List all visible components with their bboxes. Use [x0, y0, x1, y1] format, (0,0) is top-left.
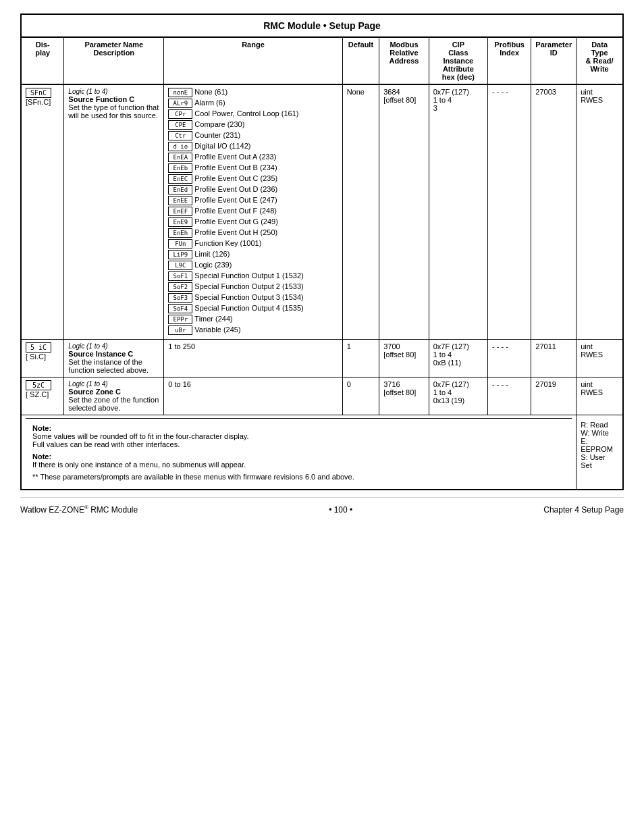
range-box: LiP9	[168, 250, 192, 259]
cip-cell: 0x7F (127)1 to 40xB (11)	[429, 340, 487, 377]
range-box: EnEA	[168, 153, 192, 162]
notes-row: Note: Some values will be rounded off to…	[21, 415, 623, 490]
range-box: EPPr	[168, 315, 192, 324]
note-text: If there is only one instance of a menu,…	[32, 461, 246, 469]
range-label: Special Function Output 3 (1534)	[194, 293, 303, 301]
profibus-cell: - - - -	[488, 84, 531, 340]
range-item: ALr9 Alarm (6)	[168, 99, 338, 108]
range-label: Special Function Output 4 (1535)	[194, 304, 303, 312]
header-display: Dis-play	[21, 37, 64, 84]
range-label: Special Function Output 2 (1533)	[194, 282, 303, 290]
modbus-cell: 3684[offset 80]	[379, 84, 429, 340]
modbus-cell: 3700[offset 80]	[379, 340, 429, 377]
range-box: EnEh	[168, 228, 192, 238]
note-2: Note: If there is only one instance of a…	[32, 452, 565, 469]
range-label: Variable (245)	[194, 325, 240, 334]
range-item: d io Digital I/O (1142)	[168, 142, 338, 151]
range-box: SoF3	[168, 293, 192, 303]
display-sub: [SFn.C]	[26, 98, 51, 106]
display-cell: 5zC [ SZ.C]	[21, 377, 64, 415]
range-item: EPPr Timer (244)	[168, 315, 338, 324]
range-item: LiP9 Limit (126)	[168, 250, 338, 259]
note-text: ** These parameters/prompts are availabl…	[32, 473, 354, 481]
range-label: Profile Event Out B (234)	[194, 163, 277, 172]
param-cell: Logic (1 to 4) Source Instance C Set the…	[64, 340, 164, 377]
range-box: EnEd	[168, 185, 192, 194]
display-box: 5zC	[26, 380, 51, 390]
range-item: SoF3 Special Function Output 3 (1534)	[168, 293, 338, 303]
range-item: EnEA Profile Event Out A (233)	[168, 153, 338, 162]
header-modbus: ModbusRelativeAddress	[379, 37, 429, 84]
range-box: nonE	[168, 88, 192, 97]
range-item: EnEd Profile Event Out D (236)	[168, 185, 338, 194]
range-label: Digital I/O (1142)	[194, 142, 250, 150]
header-paramid: ParameterID	[531, 37, 576, 84]
data-cell: uintRWES	[576, 340, 623, 377]
range-box: uBr	[168, 325, 192, 335]
footer-left: Watlow EZ-ZONE® RMC Module	[20, 504, 138, 515]
range-label: Special Function Output 1 (1532)	[194, 271, 303, 280]
header-param: Parameter NameDescription	[64, 37, 164, 84]
param-description: Set the zone of the function selected ab…	[68, 396, 159, 412]
header-default: Default	[342, 37, 379, 84]
profibus-cell: - - - -	[488, 340, 531, 377]
note-section: Note: Some values will be rounded off to…	[26, 418, 572, 486]
param-description: Set the type of function that will be us…	[68, 103, 159, 120]
header-range: Range	[164, 37, 342, 84]
footer-bar: Watlow EZ-ZONE® RMC Module • 100 • Chapt…	[20, 497, 624, 515]
range-box: EnE9	[168, 217, 192, 227]
range-label: Profile Event Out A (233)	[194, 153, 276, 161]
header-cip: CIPClassInstanceAttributehex (dec)	[429, 37, 487, 84]
notes-cell: Note: Some values will be rounded off to…	[21, 415, 576, 490]
range-label: Profile Event Out F (248)	[194, 207, 277, 215]
range-label: Profile Event Out E (247)	[194, 196, 277, 204]
range-box: Ctr	[168, 131, 192, 140]
param-name: Source Zone C	[68, 388, 159, 396]
range-label: Limit (126)	[194, 250, 230, 258]
display-cell: 5 iC [ Si.C]	[21, 340, 64, 377]
range-label: Logic (239)	[194, 261, 232, 269]
data-key: R: ReadW: WriteE: EEPROMS: User Set	[581, 421, 613, 469]
display-sub: [ SZ.C]	[26, 390, 49, 398]
range-cell: 1 to 250	[164, 340, 342, 377]
range-label: Counter (231)	[194, 131, 240, 139]
range-box: L9C	[168, 261, 192, 270]
header-profibus: ProfibusIndex	[488, 37, 531, 84]
cip-cell: 0x7F (127)1 to 43	[429, 84, 487, 340]
data-cell: uintRWES	[576, 84, 623, 340]
range-label: Profile Event Out D (236)	[194, 185, 277, 193]
note-label: Note:	[32, 452, 51, 461]
range-box: CPr	[168, 109, 192, 119]
range-item: FUn Function Key (1001)	[168, 239, 338, 249]
note-1: Note: Some values will be rounded off to…	[32, 424, 565, 448]
table-row: 5zC [ SZ.C] Logic (1 to 4) Source Zone C…	[21, 377, 623, 415]
range-box: SoF2	[168, 282, 192, 292]
range-box: FUn	[168, 239, 192, 249]
range-item: CPr Cool Power, Control Loop (161)	[168, 109, 338, 119]
range-item: EnEh Profile Event Out H (250)	[168, 228, 338, 238]
data-key-cell: R: ReadW: WriteE: EEPROMS: User Set	[576, 415, 623, 490]
range-label: Profile Event Out G (249)	[194, 217, 278, 226]
range-item: CPE Compare (230)	[168, 120, 338, 130]
range-item: SoF4 Special Function Output 4 (1535)	[168, 304, 338, 313]
param-name: Source Function C	[68, 95, 159, 103]
display-sub: [ Si.C]	[26, 353, 46, 361]
note-3: ** These parameters/prompts are availabl…	[32, 473, 565, 481]
range-item: SoF2 Special Function Output 2 (1533)	[168, 282, 338, 292]
range-label: Cool Power, Control Loop (161)	[194, 109, 298, 118]
param-logic: Logic (1 to 4)	[68, 88, 159, 95]
range-cell: nonE None (61) ALr9 Alarm (6) CPr Cool P…	[164, 84, 342, 340]
range-label: Alarm (6)	[194, 99, 225, 107]
param-logic: Logic (1 to 4)	[68, 380, 159, 388]
range-item: nonE None (61)	[168, 88, 338, 97]
default-cell: 0	[342, 377, 379, 415]
range-label: Profile Event Out H (250)	[194, 228, 277, 236]
profibus-cell: - - - -	[488, 377, 531, 415]
range-box: EnEE	[168, 196, 192, 205]
range-label: 0 to 16	[168, 380, 338, 388]
range-box: CPE	[168, 120, 192, 130]
param-description: Set the instance of the function selecte…	[68, 358, 159, 374]
range-label: Timer (244)	[194, 315, 232, 323]
title-row: RMC Module • Setup Page	[21, 14, 623, 37]
range-box: ALr9	[168, 99, 192, 108]
